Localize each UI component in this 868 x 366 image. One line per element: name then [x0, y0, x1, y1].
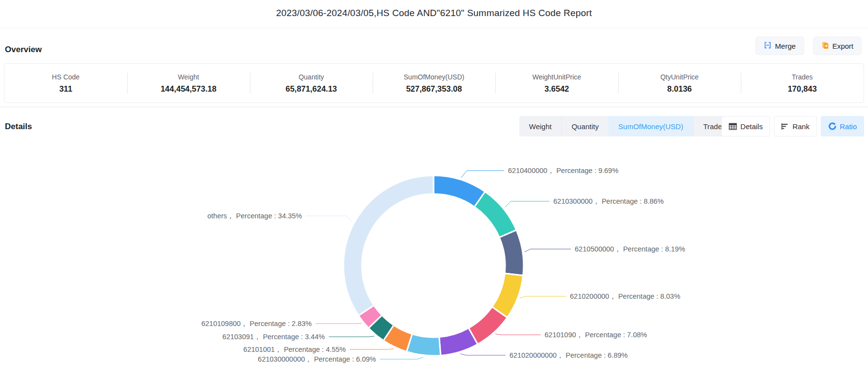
pie-label-621020000000: 621020000000， Percentage : 6.89%: [509, 351, 628, 359]
details-button[interactable]: Details: [721, 116, 770, 136]
stat-value: 170,843: [788, 84, 817, 94]
pie-label-62101001: 62101001， Percentage : 4.55%: [244, 346, 346, 353]
stat-value: 527,867,353.08: [406, 84, 462, 94]
overview-stats-card: HS Code311Weight144,454,573.18Quantity65…: [4, 63, 864, 103]
pie-label-62103091: 62103091， Percentage : 3.44%: [223, 333, 325, 341]
pie-leader-line: [329, 336, 375, 337]
pie-leader-line: [525, 249, 571, 252]
pie-label-621030000000: 621030000000， Percentage : 6.09%: [258, 355, 376, 363]
pie-label-6210300000: 6210300000， Percentage : 8.86%: [553, 197, 664, 205]
details-divider: [0, 107, 868, 107]
pie-slice-6210300000[interactable]: [474, 192, 516, 237]
merge-icon: [764, 41, 772, 51]
export-icon: [821, 41, 829, 51]
stat-label: Weight: [178, 73, 199, 81]
stat-item-weightunitprice: WeightUnitPrice3.6542: [495, 64, 618, 102]
view-button-group: DetailsRankRatio: [721, 116, 864, 136]
pie-slice-others[interactable]: [343, 175, 434, 316]
export-button-label: Export: [832, 42, 853, 50]
stat-item-hs-code: HS Code311: [4, 64, 127, 102]
stat-item-weight: Weight144,454,573.18: [127, 64, 250, 102]
rank-button[interactable]: Rank: [774, 116, 817, 136]
stat-item-trades: Trades170,843: [741, 64, 864, 102]
stat-value: 311: [59, 84, 73, 94]
stat-label: WeightUnitPrice: [532, 73, 581, 81]
merge-button-label: Merge: [775, 42, 796, 50]
rank-icon: [781, 123, 789, 130]
title-divider: [0, 28, 868, 28]
view-button-label: Details: [740, 122, 763, 131]
stat-label: HS Code: [52, 73, 80, 81]
pie-label-6210500000: 6210500000， Percentage : 8.19%: [575, 245, 685, 253]
export-button[interactable]: Export: [813, 37, 862, 55]
stat-label: SumOfMoney(USD): [404, 73, 464, 81]
tab-sumofmoney-usd[interactable]: SumOfMoney(USD): [608, 116, 693, 136]
stat-label: Trades: [792, 73, 812, 81]
pie-label-6210109800: 6210109800， Percentage : 2.83%: [201, 320, 312, 327]
pie-label-6210200000: 6210200000， Percentage : 8.03%: [570, 292, 680, 300]
stat-value: 144,454,573.18: [161, 84, 217, 94]
view-button-label: Rank: [793, 122, 810, 131]
ratio-button[interactable]: Ratio: [821, 116, 864, 136]
page-title: 2023/03/06-2024/03/05,HS Code AND"6210" …: [0, 8, 868, 19]
stat-item-quantity: Quantity65,871,624.13: [250, 64, 373, 102]
pie-label-62101090: 62101090， Percentage : 7.08%: [545, 331, 647, 339]
pie-leader-line: [380, 357, 423, 359]
view-button-label: Ratio: [840, 122, 857, 131]
pie-leader-line: [316, 323, 362, 324]
donut-chart: 6210400000， Percentage : 9.69%6210300000…: [0, 136, 868, 366]
pie-leader-line: [520, 296, 566, 298]
pie-leader-line: [460, 354, 506, 355]
stat-label: QtyUnitPrice: [660, 73, 699, 81]
stat-item-sumofmoney-usd: SumOfMoney(USD)527,867,353.08: [373, 64, 495, 102]
details-heading: Details: [5, 122, 32, 132]
pie-slice-6210500000[interactable]: [499, 230, 524, 275]
stat-value: 3.6542: [545, 84, 569, 94]
stat-label: Quantity: [299, 73, 324, 81]
table-icon: [729, 123, 737, 130]
pie-leader-line: [495, 334, 541, 335]
pie-leader-line: [461, 171, 504, 178]
ratio-icon: [828, 122, 836, 131]
overview-heading: Overview: [5, 45, 42, 55]
stat-item-qtyunitprice: QtyUnitPrice8.0136: [618, 64, 741, 102]
pie-label-others: others， Percentage : 34.35%: [208, 212, 302, 220]
metric-tab-group: WeightQuantitySumOfMoney(USD)Trades: [519, 116, 736, 136]
tab-weight[interactable]: Weight: [519, 116, 561, 136]
stat-value: 65,871,624.13: [285, 84, 337, 94]
stat-value: 8.0136: [667, 84, 692, 94]
pie-leader-line: [505, 201, 549, 208]
pie-leader-line: [350, 348, 394, 349]
pie-label-6210400000: 6210400000， Percentage : 9.69%: [508, 167, 619, 174]
pie-leader-line: [306, 216, 352, 222]
merge-button[interactable]: Merge: [755, 37, 804, 55]
tab-quantity[interactable]: Quantity: [561, 116, 608, 136]
header-actions: Merge Export: [755, 37, 862, 55]
